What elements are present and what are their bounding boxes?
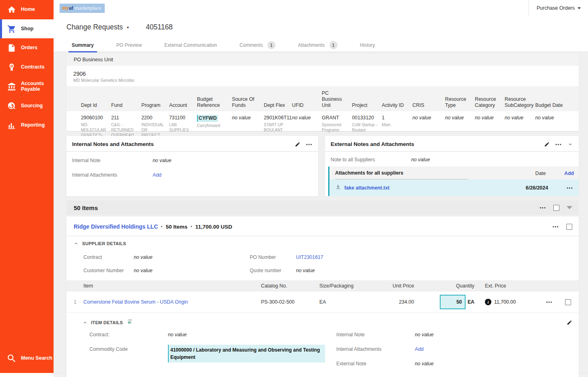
attachment-actions-icon[interactable]: •••	[567, 185, 573, 190]
filter-icon[interactable]	[567, 206, 572, 209]
item-size-packaging: EA	[319, 299, 370, 305]
attachment-file-link[interactable]: fake attachment.txt	[344, 185, 389, 191]
tab-history[interactable]: History	[360, 38, 375, 52]
budget-reference-desc: Carryforward	[197, 123, 229, 128]
edit-pencil-icon[interactable]	[544, 142, 550, 147]
copy-document-icon[interactable]	[127, 319, 133, 326]
attachment-row: fake attachment.txt 6/26/2024 •••	[329, 179, 579, 196]
budget-date-value: no value	[535, 115, 571, 121]
size-column-header: Size/Packaging	[319, 283, 370, 289]
column-header: CRIS	[412, 102, 445, 108]
item-external-note-value: no value	[415, 361, 434, 367]
supplier-details-toggle[interactable]: SUPPLIER DETAILS	[74, 241, 579, 246]
business-unit-name: MD Molecular Genetics Microbio	[73, 78, 579, 83]
column-header: Budget Date	[535, 102, 574, 108]
sidebar-item-label: Sourcing	[21, 103, 43, 109]
add-attachment-link[interactable]: Add	[564, 171, 574, 176]
item-contract-value: no value	[168, 332, 187, 337]
sidebar-item-label: Contracts	[21, 65, 44, 70]
select-supplier-checkbox[interactable]	[566, 224, 572, 230]
supplier-item-count: 50 Items	[166, 224, 188, 230]
bank-icon	[6, 82, 17, 92]
download-icon[interactable]	[335, 184, 341, 192]
column-header: Project	[352, 102, 382, 108]
item-internal-note-value: no value	[415, 332, 434, 337]
sidebar: Home Shop Orders Contracts Accounts Paya…	[0, 0, 54, 373]
resource-type-value: no value	[445, 115, 472, 121]
tab-external-communication[interactable]: External Communication	[164, 38, 217, 52]
edit-pencil-icon[interactable]	[295, 142, 300, 147]
column-header: Activity ID	[382, 102, 412, 108]
item-unit-price: 234.00	[370, 299, 414, 305]
supplier-card: Ridge Diversified Holdings LLC · 50 Item…	[66, 217, 579, 377]
dot-separator: ·	[161, 223, 163, 230]
items-actions-icon[interactable]: •••	[540, 205, 546, 210]
attachment-date: 6/26/2024	[526, 185, 548, 191]
sidebar-item-reporting[interactable]: Reporting	[0, 116, 54, 135]
column-header: Dept Flex	[264, 102, 292, 108]
sidebar-item-accounts-payable[interactable]: Accounts Payable	[0, 77, 54, 96]
menu-search-button[interactable]: Menu Search	[0, 347, 54, 370]
more-actions-icon[interactable]: •••	[555, 142, 562, 147]
source-of-funds-value: no value	[232, 115, 261, 121]
comments-count-badge: 1	[267, 41, 275, 49]
sidebar-item-shop[interactable]: Shop	[0, 19, 54, 38]
tab-comments[interactable]: Comments1	[240, 38, 275, 52]
context-selector-label: Purchase Orders	[537, 5, 575, 11]
tab-attachments[interactable]: Attachments1	[298, 38, 337, 52]
sidebar-item-label: Home	[21, 7, 35, 12]
select-item-checkbox[interactable]	[565, 299, 571, 305]
sidebar-item-contracts[interactable]: Contracts	[0, 58, 54, 77]
edit-item-details-icon[interactable]	[567, 320, 572, 325]
fund-value: 211	[111, 115, 138, 121]
info-icon[interactable]: i	[485, 299, 491, 305]
activity-id-value: 1	[382, 115, 409, 121]
sidebar-item-label: Accounts Payable	[21, 81, 54, 92]
chevron-up-icon	[83, 320, 87, 325]
dot-separator: ·	[190, 223, 193, 230]
quantity-uom: EA	[468, 299, 474, 305]
ext-price-column-header: Ext. Price	[474, 283, 539, 289]
tab-label: Summary	[72, 42, 94, 48]
sidebar-item-home[interactable]: Home	[0, 0, 54, 19]
supplier-actions-icon[interactable]: •••	[553, 224, 559, 229]
title-bar: Change Requests • 4051168	[54, 16, 588, 38]
marketplace-logo[interactable]: myufmarketplace	[60, 4, 105, 13]
item-details-toggle[interactable]: ITEM DETAILS	[83, 320, 123, 325]
collapse-chevron-icon[interactable]	[567, 142, 573, 147]
project-desc: CoM Startup - Boulant	[352, 122, 379, 133]
po-business-unit-header: PO Business Unit	[66, 54, 579, 66]
logo-marketplace: marketplace	[75, 5, 101, 11]
select-all-items-checkbox[interactable]	[553, 205, 559, 211]
item-row: 1 Cornerstone Fetal Bovine Serum - USDA …	[66, 292, 579, 313]
program-value: 2200	[141, 115, 166, 121]
quantity-field[interactable]: 50	[440, 295, 466, 309]
sidebar-item-orders[interactable]: Orders	[0, 38, 54, 58]
add-internal-attachment-link[interactable]: Add	[153, 172, 161, 178]
internal-note-value: no value	[153, 158, 172, 163]
commodity-code-label: Commodity Code	[89, 346, 168, 362]
sidebar-item-sourcing[interactable]: Sourcing	[0, 96, 54, 116]
supplier-total: 11,700.00 USD	[195, 224, 232, 230]
tab-label: Attachments	[298, 42, 325, 48]
item-name-link[interactable]: Cornerstone Fetal Bovine Serum - USDA Or…	[83, 299, 261, 305]
tab-summary[interactable]: Summary	[72, 38, 94, 52]
column-header: UFID	[292, 102, 322, 108]
context-selector[interactable]: Purchase Orders	[528, 0, 588, 16]
tab-po-preview[interactable]: PO Preview	[116, 38, 142, 52]
item-add-attachment-link[interactable]: Add	[415, 346, 424, 352]
commodity-code-value-highlighted: 41000000 / Laboratory and Measuring and …	[168, 345, 325, 362]
item-actions-icon[interactable]: •••	[546, 300, 553, 304]
column-header: Program	[141, 102, 169, 108]
business-unit-code: 2906	[73, 71, 579, 77]
item-column-header: Item	[83, 283, 261, 289]
tab-label: History	[360, 42, 375, 48]
supplier-name-link[interactable]: Ridge Diversified Holdings LLC	[74, 223, 158, 230]
po-number-link[interactable]: UIT2301617	[296, 254, 323, 260]
note-to-suppliers-value: no value	[411, 157, 430, 162]
top-bar: myufmarketplace Purchase Orders	[54, 0, 588, 16]
contract-value: no value	[134, 254, 250, 260]
more-actions-icon[interactable]: •••	[306, 142, 313, 147]
dept-id-value: 29060100	[81, 115, 108, 121]
chevron-down-icon	[578, 7, 581, 9]
